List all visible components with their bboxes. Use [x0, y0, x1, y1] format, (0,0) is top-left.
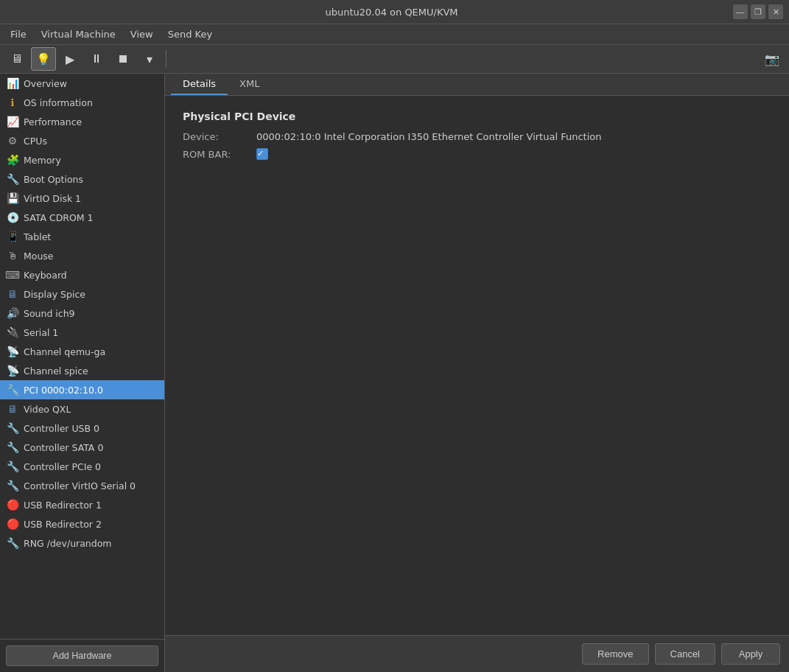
boot-icon: 🔧 — [6, 172, 19, 186]
chevron-down-icon: ▾ — [147, 52, 152, 66]
run-btn[interactable]: ▶ — [57, 47, 83, 71]
minimize-btn[interactable]: — — [733, 4, 748, 19]
add-hardware-button[interactable]: Add Hardware — [6, 645, 158, 666]
sidebar-item-label: Controller USB 0 — [24, 423, 99, 434]
sidebar-item-label: OS information — [24, 97, 93, 108]
overview-icon: 📊 — [6, 77, 19, 90]
ctrl-sata-icon: 🔧 — [6, 441, 19, 454]
tab-details[interactable]: Details — [171, 74, 228, 95]
sidebar-item-label: CPUs — [24, 136, 47, 147]
rom-bar-label: ROM BAR: — [183, 149, 256, 160]
sidebar-item-display-spice[interactable]: 🖥 Display Spice — [0, 284, 164, 304]
sidebar-item-channel-qemu-ga[interactable]: 📡 Channel qemu-ga — [0, 342, 164, 361]
sidebar-item-overview[interactable]: 📊 Overview — [0, 74, 164, 93]
sidebar: 📊 Overview ℹ OS information 📈 Performanc… — [0, 74, 165, 672]
sidebar-footer: Add Hardware — [0, 639, 164, 672]
sidebar-item-label: USB Redirector 1 — [24, 500, 102, 511]
sidebar-item-rng[interactable]: 🔧 RNG /dev/urandom — [0, 533, 164, 553]
sidebar-item-label: Display Spice — [24, 289, 85, 300]
rom-bar-field-row: ROM BAR: input[data-name="rom-bar-checkb… — [183, 148, 771, 160]
toolbar-separator — [166, 50, 166, 68]
sidebar-item-label: Channel qemu-ga — [24, 346, 105, 357]
details-btn[interactable]: 💡 — [31, 47, 56, 71]
sidebar-item-controller-usb0[interactable]: 🔧 Controller USB 0 — [0, 419, 164, 438]
sidebar-item-label: Performance — [24, 116, 82, 127]
screenshot-btn[interactable]: 📷 — [760, 47, 785, 71]
section-title: Physical PCI Device — [183, 111, 771, 122]
sidebar-item-label: Boot Options — [24, 174, 83, 185]
keyboard-icon: ⌨ — [6, 268, 19, 281]
channel-qemu-icon: 📡 — [6, 345, 19, 358]
stop-btn[interactable]: ⏹ — [111, 47, 136, 71]
sidebar-item-os-info[interactable]: ℹ OS information — [0, 93, 164, 112]
sidebar-item-label: Overview — [24, 78, 67, 89]
disk-icon: 💾 — [6, 192, 19, 205]
device-label: Device: — [183, 131, 256, 142]
cpus-icon: ⚙ — [6, 134, 19, 147]
sidebar-item-label: Controller VirtIO Serial 0 — [24, 480, 136, 491]
sidebar-item-sata-cdrom1[interactable]: 💿 SATA CDROM 1 — [0, 208, 164, 227]
sidebar-item-serial1[interactable]: 🔌 Serial 1 — [0, 323, 164, 342]
sidebar-item-tablet[interactable]: 📱 Tablet — [0, 227, 164, 246]
console-btn[interactable]: 🖥 — [4, 47, 29, 71]
menu-view[interactable]: View — [123, 27, 161, 41]
sidebar-item-boot-options[interactable]: 🔧 Boot Options — [0, 169, 164, 189]
sidebar-item-video-qxl[interactable]: 🖥 Video QXL — [0, 399, 164, 419]
rng-icon: 🔧 — [6, 536, 19, 550]
sidebar-item-label: VirtIO Disk 1 — [24, 193, 81, 204]
close-btn[interactable]: ✕ — [768, 4, 783, 19]
cancel-button[interactable]: Cancel — [655, 643, 715, 665]
bulb-icon: 💡 — [36, 52, 51, 66]
sidebar-item-mouse[interactable]: 🖱 Mouse — [0, 246, 164, 265]
sidebar-item-memory[interactable]: 🧩 Memory — [0, 150, 164, 169]
sidebar-item-label: Keyboard — [24, 270, 67, 281]
sidebar-item-label: Controller PCIe 0 — [24, 461, 101, 472]
sidebar-list: 📊 Overview ℹ OS information 📈 Performanc… — [0, 74, 164, 639]
sidebar-item-label: PCI 0000:02:10.0 — [24, 385, 103, 396]
sidebar-item-keyboard[interactable]: ⌨ Keyboard — [0, 265, 164, 284]
sidebar-item-label: Tablet — [24, 231, 51, 242]
sidebar-item-pci[interactable]: 🔧 PCI 0000:02:10.0 — [0, 380, 164, 399]
sidebar-item-label: SATA CDROM 1 — [24, 212, 94, 223]
play-icon: ▶ — [66, 52, 74, 66]
sidebar-item-label: Memory — [24, 155, 61, 166]
sidebar-item-sound-ich9[interactable]: 🔊 Sound ich9 — [0, 304, 164, 323]
sidebar-item-label: Mouse — [24, 251, 54, 262]
camera-icon: 📷 — [765, 52, 779, 66]
usb-redir2-icon: 🔴 — [6, 517, 19, 531]
dropdown-btn[interactable]: ▾ — [137, 47, 162, 71]
sidebar-item-label: USB Redirector 2 — [24, 519, 102, 530]
video-icon: 🖥 — [6, 402, 19, 416]
main-content: 📊 Overview ℹ OS information 📈 Performanc… — [0, 74, 789, 672]
sidebar-item-controller-pcie0[interactable]: 🔧 Controller PCIe 0 — [0, 457, 164, 476]
tablet-icon: 📱 — [6, 230, 19, 243]
sidebar-item-label: Sound ich9 — [24, 308, 75, 319]
stop-icon: ⏹ — [117, 52, 129, 66]
sidebar-item-controller-virtio-serial0[interactable]: 🔧 Controller VirtIO Serial 0 — [0, 476, 164, 495]
maximize-btn[interactable]: ❐ — [751, 4, 765, 19]
menu-send-key[interactable]: Send Key — [161, 27, 220, 41]
performance-icon: 📈 — [6, 115, 19, 128]
sidebar-item-channel-spice[interactable]: 📡 Channel spice — [0, 361, 164, 380]
menu-file[interactable]: File — [3, 27, 34, 41]
sidebar-item-label: Video QXL — [24, 404, 71, 415]
content-area: Details XML Physical PCI Device Device: … — [165, 74, 789, 672]
ctrl-virtio-icon: 🔧 — [6, 479, 19, 492]
pause-btn[interactable]: ⏸ — [84, 47, 109, 71]
toolbar: 🖥 💡 ▶ ⏸ ⏹ ▾ 📷 — [0, 44, 789, 74]
device-field-row: Device: 0000:02:10:0 Intel Corporation I… — [183, 131, 771, 142]
sidebar-item-usb-redirector2[interactable]: 🔴 USB Redirector 2 — [0, 514, 164, 533]
rom-bar-checkbox[interactable] — [256, 148, 268, 160]
monitor-icon: 🖥 — [11, 52, 23, 66]
sidebar-item-performance[interactable]: 📈 Performance — [0, 112, 164, 131]
sidebar-item-usb-redirector1[interactable]: 🔴 USB Redirector 1 — [0, 495, 164, 514]
tab-xml[interactable]: XML — [228, 74, 271, 95]
apply-button[interactable]: Apply — [721, 643, 780, 665]
sidebar-item-controller-sata0[interactable]: 🔧 Controller SATA 0 — [0, 438, 164, 457]
menu-virtual-machine[interactable]: Virtual Machine — [34, 27, 123, 41]
bottom-bar: Remove Cancel Apply — [165, 635, 789, 672]
remove-button[interactable]: Remove — [582, 643, 648, 665]
device-value: 0000:02:10:0 Intel Corporation I350 Ethe… — [256, 131, 601, 142]
sidebar-item-virtio-disk1[interactable]: 💾 VirtIO Disk 1 — [0, 189, 164, 208]
sidebar-item-cpus[interactable]: ⚙ CPUs — [0, 131, 164, 150]
